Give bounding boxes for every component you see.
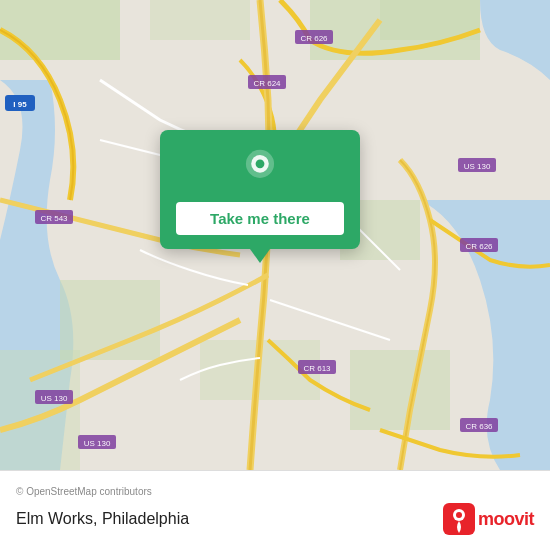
moovit-brand-text: moovit	[478, 509, 534, 530]
moovit-logo[interactable]: moovit	[443, 503, 534, 535]
svg-text:CR 543: CR 543	[40, 214, 68, 223]
svg-text:CR 613: CR 613	[303, 364, 331, 373]
copyright-text: © OpenStreetMap contributors	[16, 486, 534, 497]
svg-rect-1	[0, 0, 120, 60]
location-pin-icon	[238, 148, 282, 192]
svg-rect-7	[0, 350, 80, 470]
bottom-bar: © OpenStreetMap contributors Elm Works, …	[0, 470, 550, 550]
svg-text:CR 626: CR 626	[300, 34, 328, 43]
svg-text:CR 626: CR 626	[465, 242, 493, 251]
map-container: I 95 CR 626 CR 624 CR 543 US 130 CR 626 …	[0, 0, 550, 470]
svg-text:US 130: US 130	[84, 439, 111, 448]
svg-point-37	[456, 512, 462, 518]
svg-rect-6	[350, 350, 450, 430]
moovit-brand-icon	[443, 503, 475, 535]
location-row: Elm Works, Philadelphia moovit	[16, 503, 534, 535]
svg-point-34	[256, 159, 265, 168]
svg-text:I 95: I 95	[13, 100, 27, 109]
svg-text:CR 624: CR 624	[253, 79, 281, 88]
svg-text:US 130: US 130	[41, 394, 68, 403]
location-name: Elm Works, Philadelphia	[16, 510, 189, 528]
location-card: Take me there	[160, 130, 360, 249]
take-me-there-button[interactable]: Take me there	[176, 202, 344, 235]
svg-rect-9	[150, 0, 250, 40]
svg-text:CR 636: CR 636	[465, 422, 493, 431]
svg-text:US 130: US 130	[464, 162, 491, 171]
